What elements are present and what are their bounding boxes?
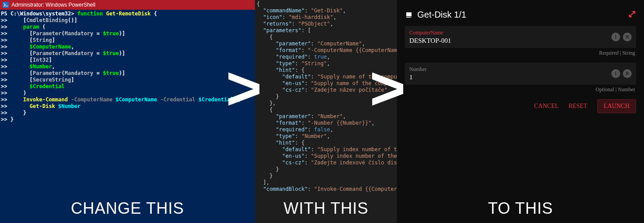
field-label: ComputerName [409, 30, 611, 36]
ps-title: Administrator: Windows PowerShell [11, 2, 95, 8]
stage: Administrator: Windows PowerShell PS C:\… [0, 0, 644, 223]
clear-icon[interactable]: ✕ [623, 33, 632, 41]
field-meta: Optional | Number [405, 86, 635, 93]
field-icons: i✕ [611, 69, 632, 78]
caption-change-this: CHANGE THIS [0, 199, 255, 218]
card-header: Get-Disk 1/1 [405, 7, 636, 26]
field-meta: Required | String [405, 50, 635, 56]
cancel-button[interactable]: CANCEL [534, 103, 559, 110]
ps-titlebar[interactable]: Administrator: Windows PowerShell [0, 0, 255, 10]
harddisk-icon [405, 11, 413, 19]
clear-icon[interactable]: ✕ [623, 69, 632, 78]
powershell-icon [3, 2, 9, 8]
powershell-panel: Administrator: Windows PowerShell PS C:\… [0, 0, 255, 223]
field-icons: i✕ [611, 33, 632, 41]
json-panel: { "commandName": "Get-Disk", "icon": "md… [255, 0, 397, 223]
field-label: Number [409, 66, 611, 73]
field-computername[interactable]: ComputerNameDESKTOP-001i✕ [405, 26, 636, 48]
form-card: Get-Disk 1/1 ComputerNameDESKTOP-001i✕Re… [405, 7, 636, 113]
actions-row: CANCEL RESET LAUNCH [405, 99, 636, 113]
ui-panel: Get-Disk 1/1 ComputerNameDESKTOP-001i✕Re… [397, 0, 644, 223]
field-value[interactable]: DESKTOP-001 [409, 37, 611, 45]
card-title: Get-Disk 1/1 [417, 10, 466, 20]
launch-button[interactable]: LAUNCH [597, 99, 636, 113]
info-icon[interactable]: i [611, 33, 620, 41]
expand-icon[interactable] [628, 10, 636, 20]
caption-to-this: TO THIS [397, 199, 644, 218]
json-code[interactable]: { "commandName": "Get-Disk", "icon": "md… [255, 0, 397, 193]
fields-container: ComputerNameDESKTOP-001i✕Required | Stri… [405, 26, 636, 93]
reset-button[interactable]: RESET [569, 103, 588, 110]
field-value[interactable]: 1 [409, 74, 611, 81]
info-icon[interactable]: i [611, 69, 620, 78]
field-number[interactable]: Number1i✕ [405, 63, 636, 85]
caption-with-this: WITH THIS [255, 199, 397, 218]
ps-code[interactable]: PS C:\Windows\system32> function Get-Rem… [0, 10, 255, 124]
